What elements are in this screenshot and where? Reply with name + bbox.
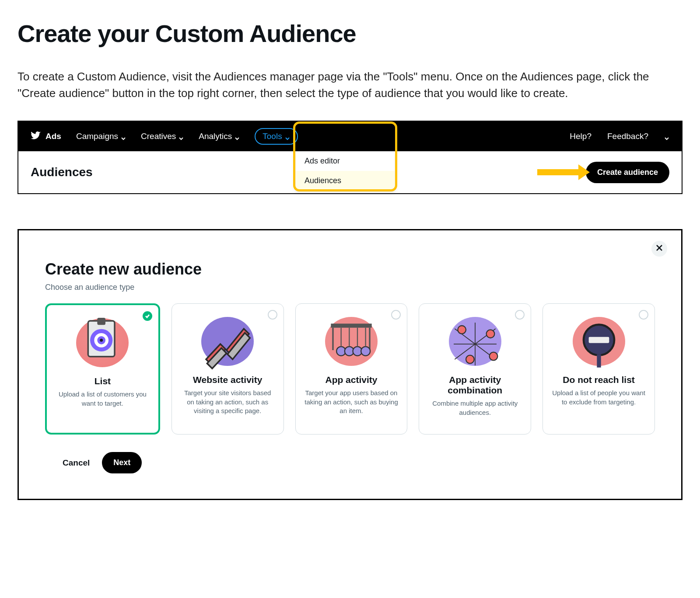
nav-label: Feedback? [607,132,648,141]
close-icon [656,244,663,253]
next-button[interactable]: Next [102,452,142,473]
primary-nav-bar: Ads Campaigns Creatives Analytics Tools … [18,122,682,151]
nav-item-campaigns[interactable]: Campaigns [76,132,126,141]
card-title: List [94,376,111,386]
dropdown-item-ads-editor[interactable]: Ads editor [296,151,395,171]
chevron-down-icon [234,134,240,139]
nav-label: Campaigns [76,132,118,141]
card-title: Website activity [193,375,262,385]
audience-card-app-activity[interactable]: App activity Target your app users based… [295,303,408,435]
website-activity-illustration [197,313,258,370]
nav-help[interactable]: Help? [570,132,592,141]
radio-selected-icon [143,311,152,321]
brand-label: Ads [46,132,61,141]
ads-manager-nav-screenshot: Ads Campaigns Creatives Analytics Tools … [18,121,682,194]
svg-rect-31 [597,355,601,368]
modal-title: Create new audience [45,260,655,278]
create-audience-button[interactable]: Create audience [586,162,669,183]
dropdown-item-audiences[interactable]: Audiences [296,171,395,191]
card-description: Upload a list of customers you want to t… [56,390,150,408]
brand-ads[interactable]: Ads [31,130,61,143]
svg-rect-30 [588,337,609,343]
audience-type-cards: List Upload a list of customers you want… [45,303,655,435]
app-activity-illustration [321,313,382,370]
chevron-down-icon[interactable] [664,134,669,139]
arrow-annotation [537,166,590,179]
create-audience-modal-screenshot: Create new audience Choose an audience t… [18,229,682,500]
app-combination-illustration [444,313,506,370]
list-illustration [72,315,133,372]
svg-rect-10 [331,324,371,328]
radio-unselected-icon [639,310,648,320]
card-description: Target your site visitors based on takin… [181,389,275,415]
chevron-down-icon [178,134,184,139]
audience-card-list[interactable]: List Upload a list of customers you want… [45,303,160,435]
svg-rect-3 [98,318,106,325]
radio-unselected-icon [515,310,525,320]
audience-card-website-activity[interactable]: Website activity Target your site visito… [172,303,284,435]
page-title: Create your Custom Audience [18,19,682,48]
close-button[interactable] [651,241,667,257]
do-not-reach-illustration [568,313,630,370]
svg-point-26 [486,330,494,338]
audience-card-app-activity-combination[interactable]: App activity combination Combine multipl… [419,303,531,435]
nav-item-creatives[interactable]: Creatives [141,132,184,141]
subheader-title: Audiences [31,165,93,179]
nav-item-tools[interactable]: Tools [255,128,298,145]
nav-label: Help? [570,132,592,141]
svg-point-7 [100,339,103,342]
nav-label: Tools [262,132,282,141]
card-title: App activity combination [427,375,523,396]
cancel-button[interactable]: Cancel [58,453,94,473]
chevron-down-icon [285,134,290,139]
nav-label: Creatives [141,132,176,141]
modal-subtitle: Choose an audience type [45,283,655,292]
chevron-down-icon [121,134,126,139]
svg-point-27 [466,355,474,364]
modal-actions: Cancel Next [45,452,655,473]
radio-unselected-icon [268,310,277,320]
svg-point-28 [489,352,497,361]
svg-point-16 [361,347,370,356]
card-description: Combine multiple app activity audiences. [428,399,522,417]
radio-unselected-icon [391,310,401,320]
nav-feedback[interactable]: Feedback? [607,132,648,141]
twitter-bird-icon [31,130,41,143]
svg-point-25 [458,326,466,334]
card-description: Target your app users based on taking an… [304,389,399,415]
card-description: Upload a list of people you want to excl… [552,389,646,407]
card-title: Do not reach list [563,375,635,385]
card-title: App activity [325,375,377,385]
nav-item-analytics[interactable]: Analytics [199,132,240,141]
nav-label: Analytics [199,132,232,141]
intro-paragraph: To create a Custom Audience, visit the A… [18,69,665,101]
tools-dropdown-panel: Ads editor Audiences [296,151,395,191]
audience-card-do-not-reach[interactable]: Do not reach list Upload a list of peopl… [542,303,655,435]
